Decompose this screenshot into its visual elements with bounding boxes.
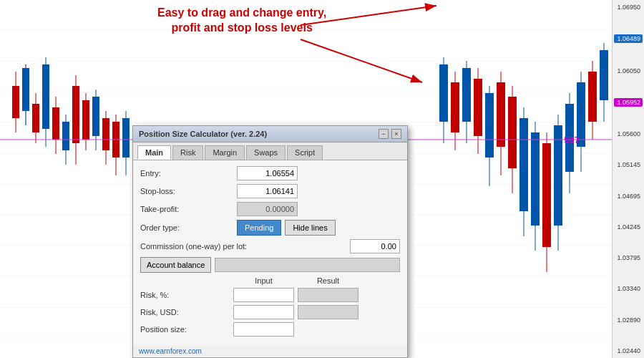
price-6: 1.05145 [614, 161, 643, 168]
tab-margin[interactable]: Margin [205, 145, 245, 160]
svg-rect-40 [439, 64, 448, 122]
accbalance-input[interactable] [215, 258, 400, 272]
annotation-text: Easy to drag and change entry, profit an… [157, 6, 326, 36]
possize-row: Position size: [140, 322, 400, 337]
entry-row: Entry: [140, 166, 400, 180]
risk-pct-label: Risk, %: [140, 291, 233, 299]
price-7: 1.04695 [614, 193, 643, 200]
input-result-headers: Input Result [140, 276, 400, 285]
calc-titlebar: Position Size Calculator (ver. 2.24) − × [133, 126, 407, 142]
entry-input[interactable] [237, 166, 298, 180]
stoploss-label: Stop-loss: [140, 187, 233, 195]
calc-window-controls: − × [379, 129, 401, 139]
entry-label: Entry: [140, 169, 233, 178]
price-4: 1.05952 [614, 98, 643, 107]
svg-rect-32 [92, 97, 99, 136]
accbalance-button[interactable]: Account balance [140, 257, 211, 273]
risk-usd-row: Risk, USD: [140, 305, 400, 319]
calculator-dialog: Position Size Calculator (ver. 2.24) − ×… [132, 125, 408, 358]
svg-rect-44 [462, 68, 471, 122]
price-2: 1.06489 [614, 34, 643, 43]
calc-tabs: Main Risk Margin Swaps Script [133, 142, 407, 160]
accbalance-row: Account balance [140, 257, 400, 273]
svg-rect-38 [122, 118, 130, 158]
svg-rect-30 [82, 100, 89, 140]
ordertype-row: Order type: Pending Hide lines [140, 220, 400, 236]
minimize-button[interactable]: − [379, 129, 389, 139]
tab-main[interactable]: Main [137, 145, 171, 160]
calc-title: Position Size Calculator (ver. 2.24) [139, 130, 267, 138]
chart-537-label: 537 [564, 135, 580, 145]
risk-pct-row: Risk, %: [140, 288, 400, 302]
tab-swaps[interactable]: Swaps [246, 145, 286, 160]
takeprofit-label: Take-profit: [140, 205, 233, 213]
tab-script[interactable]: Script [287, 145, 323, 160]
price-axis: 1.06950 1.06489 1.06050 1.05952 1.05600 … [612, 0, 644, 358]
commission-label: Commission (one-way) per lot: [140, 242, 350, 251]
stoploss-input[interactable] [237, 184, 298, 198]
ordertype-label: Order type: [140, 223, 233, 232]
svg-rect-20 [32, 104, 39, 132]
possize-input[interactable] [233, 322, 294, 337]
commission-row: Commission (one-way) per lot: [140, 239, 400, 253]
svg-rect-18 [22, 68, 29, 111]
svg-rect-22 [42, 64, 49, 129]
risk-pct-result [298, 288, 358, 302]
commission-input[interactable] [350, 239, 400, 253]
input-header: Input [233, 276, 294, 285]
svg-rect-48 [485, 93, 494, 158]
close-button[interactable]: × [391, 129, 401, 139]
price-10: 1.03340 [614, 285, 643, 292]
price-12: 1.02440 [614, 347, 643, 354]
svg-rect-28 [72, 86, 79, 143]
svg-rect-60 [554, 125, 562, 226]
svg-rect-46 [474, 79, 482, 136]
calc-body: Entry: Stop-loss: Take-profit: Order typ… [133, 160, 407, 345]
price-3: 1.06050 [614, 67, 643, 74]
risk-usd-label: Risk, USD: [140, 308, 233, 316]
svg-rect-16 [12, 86, 19, 118]
takeprofit-row: Take-profit: [140, 202, 400, 216]
hidelines-button[interactable]: Hide lines [285, 220, 335, 236]
risk-usd-result [298, 305, 358, 319]
svg-rect-52 [508, 97, 517, 168]
price-1: 1.06950 [614, 4, 643, 11]
svg-rect-26 [62, 122, 69, 150]
possize-label: Position size: [140, 325, 233, 334]
svg-rect-24 [52, 107, 59, 140]
svg-rect-42 [451, 82, 459, 132]
tab-risk[interactable]: Risk [172, 145, 203, 160]
svg-rect-58 [542, 143, 551, 247]
svg-rect-56 [531, 132, 540, 226]
price-11: 1.02890 [614, 316, 643, 324]
price-9: 1.03795 [614, 254, 643, 261]
svg-rect-50 [497, 82, 505, 147]
risk-pct-input[interactable] [233, 288, 294, 302]
stoploss-row: Stop-loss: [140, 184, 400, 198]
svg-rect-68 [600, 50, 608, 100]
price-5: 1.05600 [614, 130, 643, 137]
svg-rect-66 [588, 72, 597, 122]
takeprofit-input[interactable] [237, 202, 298, 216]
svg-rect-54 [519, 118, 528, 211]
price-8: 1.04245 [614, 223, 643, 231]
earnforex-link[interactable]: www.earnforex.com [133, 345, 407, 357]
result-header: Result [298, 276, 358, 285]
pending-button[interactable]: Pending [237, 220, 281, 236]
risk-usd-input[interactable] [233, 305, 294, 319]
svg-rect-34 [102, 118, 109, 150]
